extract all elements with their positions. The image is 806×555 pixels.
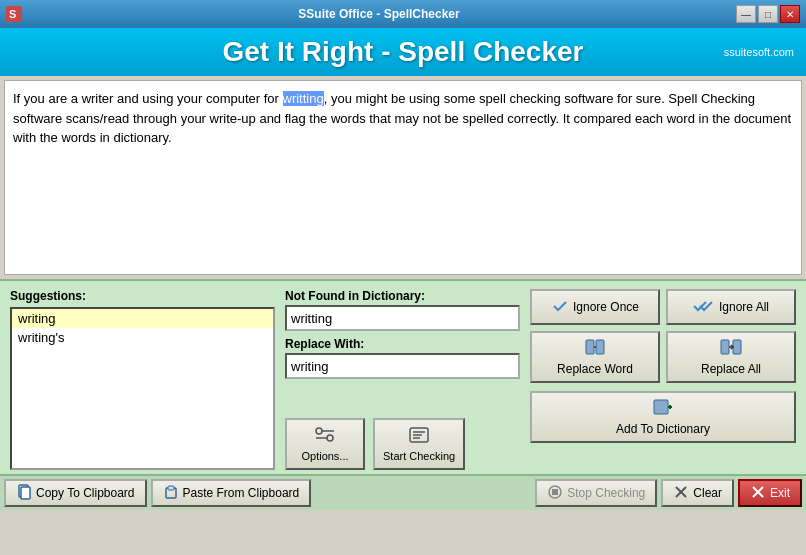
- middle-section: Not Found in Dictionary: Replace With: O…: [285, 289, 520, 470]
- minimize-button[interactable]: —: [736, 5, 756, 23]
- svg-rect-13: [721, 340, 729, 354]
- ignore-row: Ignore Once Ignore All: [530, 289, 796, 325]
- exit-label: Exit: [770, 486, 790, 500]
- svg-rect-11: [596, 340, 604, 354]
- add-to-dictionary-label: Add To Dictionary: [616, 422, 710, 436]
- suggestions-section: Suggestions: writing writing's: [10, 289, 275, 470]
- svg-point-4: [327, 435, 333, 441]
- svg-rect-10: [586, 340, 594, 354]
- website-link: ssuitesoft.com: [714, 46, 794, 58]
- ignore-all-label: Ignore All: [719, 300, 769, 314]
- text-editor[interactable]: If you are a writer and using your compu…: [4, 80, 802, 275]
- ignore-once-label: Ignore Once: [573, 300, 639, 314]
- copy-to-clipboard-label: Copy To Clipboard: [36, 486, 135, 500]
- suggestion-item[interactable]: writing: [12, 309, 273, 328]
- bottom-panel: Suggestions: writing writing's Not Found…: [0, 279, 806, 474]
- window-controls: — □ ✕: [736, 5, 800, 23]
- header-banner: Get It Right - Spell Checker ssuitesoft.…: [0, 28, 806, 76]
- replace-row: Replace Word Replace All: [530, 331, 796, 383]
- options-button[interactable]: Options...: [285, 418, 365, 470]
- replace-word-label: Replace Word: [557, 362, 633, 376]
- stop-checking-label: Stop Checking: [567, 486, 645, 500]
- stop-checking-icon: [547, 484, 563, 503]
- clear-icon: [673, 484, 689, 503]
- suggestion-item[interactable]: writing's: [12, 328, 273, 347]
- highlighted-word: writting: [283, 91, 324, 106]
- ignore-all-icon: [693, 298, 715, 317]
- paste-from-clipboard-label: Paste From Clipboard: [183, 486, 300, 500]
- stop-checking-button[interactable]: Stop Checking: [535, 479, 657, 507]
- replace-all-label: Replace All: [701, 362, 761, 376]
- not-found-label: Not Found in Dictionary:: [285, 289, 520, 303]
- text-before-highlight: If you are a writer and using your compu…: [13, 91, 283, 106]
- clear-button[interactable]: Clear: [661, 479, 734, 507]
- suggestions-label: Suggestions:: [10, 289, 275, 303]
- replace-with-input[interactable]: [285, 353, 520, 379]
- svg-rect-20: [21, 487, 30, 499]
- svg-rect-14: [733, 340, 741, 354]
- replace-all-icon: [720, 338, 742, 359]
- svg-rect-24: [552, 489, 558, 495]
- paste-from-clipboard-button[interactable]: Paste From Clipboard: [151, 479, 312, 507]
- replace-word-button[interactable]: Replace Word: [530, 331, 660, 383]
- ignore-once-button[interactable]: Ignore Once: [530, 289, 660, 325]
- title-bar: S SSuite Office - SpellChecker — □ ✕: [0, 0, 806, 28]
- start-checking-button[interactable]: Start Checking: [373, 418, 465, 470]
- window-title: SSuite Office - SpellChecker: [22, 7, 736, 21]
- right-section: Ignore Once Ignore All: [530, 289, 796, 470]
- suggestions-list[interactable]: writing writing's: [10, 307, 275, 470]
- replace-word-icon: [584, 338, 606, 359]
- not-found-input[interactable]: [285, 305, 520, 331]
- clear-label: Clear: [693, 486, 722, 500]
- start-checking-icon: [408, 426, 430, 447]
- replace-with-label: Replace With:: [285, 337, 520, 351]
- paste-from-clipboard-icon: [163, 484, 179, 503]
- replace-all-button[interactable]: Replace All: [666, 331, 796, 383]
- status-bar: Copy To Clipboard Paste From Clipboard S…: [0, 474, 806, 510]
- options-icon: [314, 426, 336, 447]
- copy-to-clipboard-button[interactable]: Copy To Clipboard: [4, 479, 147, 507]
- app-title: Get It Right - Spell Checker: [92, 36, 714, 68]
- ignore-all-button[interactable]: Ignore All: [666, 289, 796, 325]
- close-button[interactable]: ✕: [780, 5, 800, 23]
- svg-rect-16: [654, 400, 668, 414]
- exit-button[interactable]: Exit: [738, 479, 802, 507]
- add-to-dictionary-button[interactable]: Add To Dictionary: [530, 391, 796, 443]
- options-label: Options...: [301, 450, 348, 462]
- maximize-button[interactable]: □: [758, 5, 778, 23]
- app-icon: S: [6, 6, 22, 22]
- exit-icon: [750, 484, 766, 503]
- svg-rect-22: [168, 486, 174, 490]
- ignore-once-icon: [551, 298, 569, 317]
- copy-to-clipboard-icon: [16, 484, 32, 503]
- svg-text:S: S: [9, 8, 16, 20]
- add-to-dictionary-icon: [652, 398, 674, 419]
- svg-point-2: [316, 428, 322, 434]
- start-checking-label: Start Checking: [383, 450, 455, 462]
